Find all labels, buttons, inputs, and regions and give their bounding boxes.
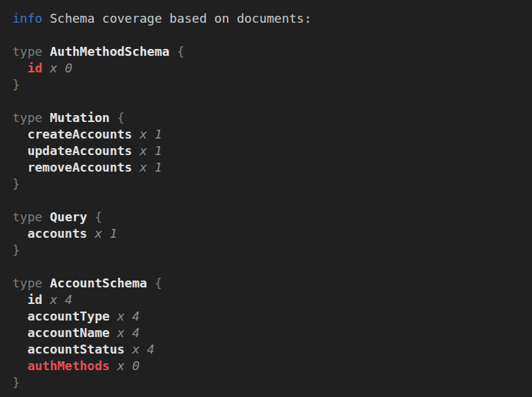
field-line: removeAccounts x 1 — [12, 159, 525, 176]
field-name: accounts — [28, 226, 88, 241]
type-declaration-line: type Query { — [12, 209, 525, 225]
field-line: updateAccounts x 1 — [12, 143, 525, 159]
field-count: x 4 — [117, 325, 140, 340]
times-symbol: x — [132, 342, 139, 356]
count-value: 1 — [155, 160, 162, 174]
open-brace: { — [155, 276, 162, 290]
field-count: x 0 — [50, 61, 72, 75]
count-value: 4 — [147, 342, 155, 356]
times-symbol: x — [117, 325, 125, 340]
times-symbol: x — [50, 61, 57, 75]
times-symbol: x — [95, 226, 102, 241]
times-symbol: x — [139, 160, 147, 174]
count-value: 4 — [65, 292, 72, 307]
field-name: updateAccounts — [28, 143, 132, 158]
type-keyword: type — [12, 276, 42, 290]
close-brace: } — [12, 176, 20, 191]
info-label: info — [12, 11, 42, 26]
times-symbol: x — [117, 358, 125, 373]
field-name: accountName — [28, 325, 110, 340]
count-value: 0 — [65, 61, 72, 75]
field-count: x 4 — [117, 309, 140, 323]
field-name: authMethods — [28, 358, 110, 373]
field-line: accountType x 4 — [12, 308, 525, 325]
field-count: x 1 — [95, 226, 117, 241]
count-value: 4 — [132, 309, 139, 323]
count-value: 0 — [132, 358, 139, 373]
close-brace-line: } — [12, 374, 525, 391]
type-keyword: type — [12, 210, 42, 224]
field-name: id — [28, 61, 43, 75]
field-line: id x 4 — [12, 292, 525, 308]
times-symbol: x — [117, 309, 125, 323]
field-line: createAccounts x 1 — [12, 126, 525, 143]
type-keyword: type — [12, 44, 42, 59]
type-name: Mutation — [50, 110, 110, 125]
type-declaration-line: type AccountSchema { — [12, 275, 525, 292]
open-brace: { — [117, 110, 125, 125]
field-count: x 0 — [117, 358, 140, 373]
open-brace: { — [95, 210, 102, 224]
times-symbol: x — [139, 143, 147, 158]
close-brace-line: } — [12, 176, 525, 192]
blank-line — [12, 27, 525, 43]
field-count: x 4 — [132, 342, 155, 356]
blank-line — [12, 258, 525, 275]
field-name: accountType — [28, 309, 110, 323]
info-line: info Schema coverage based on documents: — [12, 10, 525, 27]
terminal-output[interactable]: info Schema coverage based on documents:… — [0, 0, 532, 397]
info-message: Schema coverage based on documents: — [50, 11, 311, 26]
blank-line — [12, 192, 525, 209]
count-value: 1 — [155, 127, 162, 141]
count-value: 1 — [110, 226, 117, 241]
close-brace: } — [12, 243, 20, 257]
field-name: createAccounts — [28, 127, 132, 141]
field-line: accountName x 4 — [12, 325, 525, 341]
field-line: authMethods x 0 — [12, 358, 525, 374]
type-name: Query — [50, 210, 87, 224]
close-brace: } — [12, 375, 20, 389]
times-symbol: x — [50, 292, 57, 307]
field-count: x 1 — [139, 160, 162, 174]
type-name: AccountSchema — [50, 276, 147, 290]
type-declaration-line: type AuthMethodSchema { — [12, 43, 525, 60]
field-name: accountStatus — [28, 342, 125, 356]
field-count: x 1 — [139, 127, 162, 141]
close-brace: } — [12, 77, 20, 92]
field-line: id x 0 — [12, 60, 525, 77]
type-keyword: type — [12, 110, 42, 125]
count-value: 4 — [132, 325, 139, 340]
field-count: x 4 — [50, 292, 72, 307]
field-name: removeAccounts — [28, 160, 132, 174]
open-brace: { — [177, 44, 184, 59]
blank-line — [12, 93, 525, 110]
field-count: x 1 — [139, 143, 162, 158]
field-line: accounts x 1 — [12, 225, 525, 242]
count-value: 1 — [155, 143, 162, 158]
field-line: accountStatus x 4 — [12, 341, 525, 358]
close-brace-line: } — [12, 77, 525, 93]
times-symbol: x — [139, 127, 147, 141]
field-name: id — [28, 292, 43, 307]
type-name: AuthMethodSchema — [50, 44, 169, 59]
close-brace-line: } — [12, 242, 525, 258]
type-declaration-line: type Mutation { — [12, 110, 525, 126]
